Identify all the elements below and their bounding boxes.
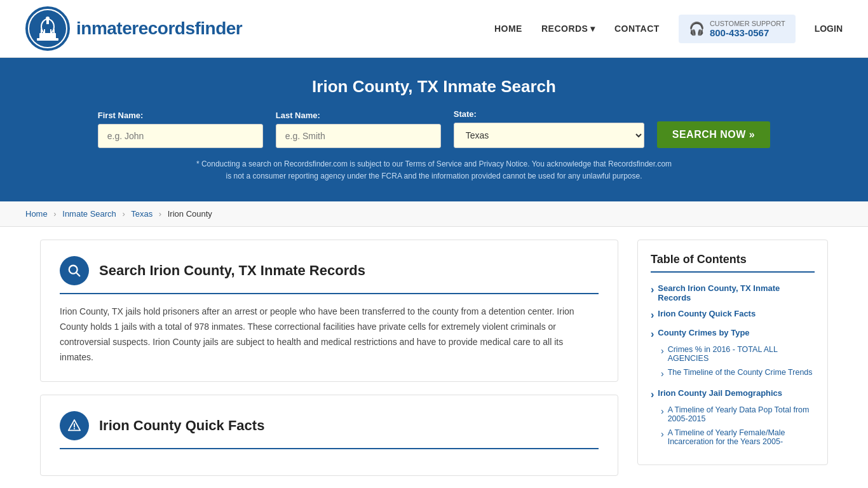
toc-link-0[interactable]: Search Irion County, TX Inmate Records bbox=[651, 283, 815, 302]
toc-sublink-3-1[interactable]: A Timeline of Yearly Female/Male Incarce… bbox=[661, 428, 815, 446]
first-name-input[interactable] bbox=[98, 124, 263, 148]
toc-link-1[interactable]: Irion County Quick Facts bbox=[651, 309, 815, 321]
breadcrumb-home[interactable]: Home bbox=[25, 209, 48, 219]
toc-subitem-2-0: Crimes % in 2016 - TOTAL ALL AGENCIES bbox=[661, 342, 815, 365]
breadcrumb-sep-2: › bbox=[122, 209, 125, 219]
breadcrumb-sep-1: › bbox=[53, 209, 56, 219]
breadcrumb-sep-3: › bbox=[159, 209, 161, 219]
section-header-1: Search Irion County, TX Inmate Records bbox=[60, 256, 599, 294]
toc-item-2: County Crimes by Type Crimes % in 2016 -… bbox=[651, 325, 815, 385]
search-banner: Irion County, TX Inmate Search First Nam… bbox=[0, 58, 868, 201]
toc-box: Table of Contents Search Irion County, T… bbox=[637, 240, 828, 465]
svg-point-6 bbox=[46, 17, 50, 20]
site-header: inmaterecordsfinder HOME RECORDS ▾ CONTA… bbox=[0, 0, 868, 58]
breadcrumb-county: Irion County bbox=[168, 209, 212, 219]
toc-item-3: Irion County Jail Demographics A Timelin… bbox=[651, 385, 815, 452]
logo-icon bbox=[25, 6, 70, 51]
support-info: CUSTOMER SUPPORT 800-433-0567 bbox=[710, 20, 785, 38]
headset-icon: 🎧 bbox=[689, 21, 705, 36]
toc-item-0: Search Irion County, TX Inmate Records bbox=[651, 280, 815, 306]
nav-records[interactable]: RECORDS ▾ bbox=[541, 24, 595, 34]
toc-sublink-2-0[interactable]: Crimes % in 2016 - TOTAL ALL AGENCIES bbox=[661, 345, 815, 363]
nav-login[interactable]: LOGIN bbox=[815, 24, 843, 34]
svg-rect-3 bbox=[37, 38, 58, 41]
last-name-label: Last Name: bbox=[276, 111, 441, 120]
toc-sublist-3: A Timeline of Yearly Data Pop Total from… bbox=[651, 403, 815, 449]
last-name-group: Last Name: bbox=[276, 111, 441, 148]
toc-subitem-3-0: A Timeline of Yearly Data Pop Total from… bbox=[661, 403, 815, 426]
content-area: Search Irion County, TX Inmate Records I… bbox=[40, 240, 637, 488]
breadcrumb: Home › Inmate Search › Texas › Irion Cou… bbox=[0, 201, 868, 227]
svg-point-1 bbox=[29, 10, 66, 47]
toc-title: Table of Contents bbox=[651, 253, 815, 273]
nav-support: 🎧 CUSTOMER SUPPORT 800-433-0567 bbox=[679, 15, 796, 43]
toc-subitem-2-1: The Timeline of the County Crime Trends bbox=[661, 365, 815, 382]
section-title-1: Search Irion County, TX Inmate Records bbox=[99, 262, 365, 279]
svg-rect-7 bbox=[41, 29, 42, 33]
state-label: State: bbox=[454, 109, 644, 119]
section-title-2: Irion County Quick Facts bbox=[99, 417, 264, 434]
toc-sublink-3-0[interactable]: A Timeline of Yearly Data Pop Total from… bbox=[661, 405, 815, 423]
breadcrumb-inmate-search[interactable]: Inmate Search bbox=[62, 209, 116, 219]
page-title: Irion County, TX Inmate Search bbox=[25, 77, 843, 97]
section-quick-facts: Irion County Quick Facts bbox=[40, 395, 618, 476]
disclaimer: * Conducting a search on Recordsfinder.c… bbox=[25, 158, 843, 182]
sidebar: Table of Contents Search Irion County, T… bbox=[637, 240, 828, 488]
svg-line-12 bbox=[76, 273, 79, 276]
svg-point-14 bbox=[74, 428, 75, 429]
first-name-group: First Name: bbox=[98, 111, 263, 148]
alert-section-icon bbox=[60, 411, 89, 440]
nav-contact[interactable]: CONTACT bbox=[614, 24, 660, 34]
search-button[interactable]: SEARCH NOW » bbox=[657, 121, 770, 148]
toc-item-1: Irion County Quick Facts bbox=[651, 306, 815, 324]
section-header-2: Irion County Quick Facts bbox=[60, 411, 599, 449]
state-select[interactable]: Texas bbox=[454, 123, 644, 148]
section-body-1: Irion County, TX jails hold prisoners af… bbox=[60, 304, 599, 365]
toc-sublist-2: Crimes % in 2016 - TOTAL ALL AGENCIES Th… bbox=[651, 342, 815, 382]
breadcrumb-state[interactable]: Texas bbox=[131, 209, 153, 219]
toc-link-2[interactable]: County Crimes by Type bbox=[651, 328, 815, 340]
toc-list: Search Irion County, TX Inmate Records I… bbox=[651, 280, 815, 452]
logo-text: inmaterecordsfinder bbox=[76, 18, 242, 39]
main-content: Search Irion County, TX Inmate Records I… bbox=[21, 240, 847, 488]
toc-subitem-3-1: A Timeline of Yearly Female/Male Incarce… bbox=[661, 426, 815, 449]
nav-home[interactable]: HOME bbox=[494, 24, 522, 34]
first-name-label: First Name: bbox=[98, 111, 263, 120]
state-group: State: Texas bbox=[454, 109, 644, 148]
logo-area[interactable]: inmaterecordsfinder bbox=[25, 6, 242, 51]
main-nav: HOME RECORDS ▾ CONTACT 🎧 CUSTOMER SUPPOR… bbox=[494, 15, 843, 43]
section-inmate-search: Search Irion County, TX Inmate Records I… bbox=[40, 240, 618, 381]
toc-sublink-2-1[interactable]: The Timeline of the County Crime Trends bbox=[661, 368, 815, 379]
last-name-input[interactable] bbox=[276, 124, 441, 148]
toc-link-3[interactable]: Irion County Jail Demographics bbox=[651, 388, 815, 400]
svg-rect-8 bbox=[44, 29, 45, 33]
svg-rect-10 bbox=[53, 29, 55, 33]
search-form: First Name: Last Name: State: Texas SEAR… bbox=[25, 109, 843, 148]
svg-rect-9 bbox=[50, 29, 51, 33]
search-section-icon bbox=[60, 256, 89, 285]
